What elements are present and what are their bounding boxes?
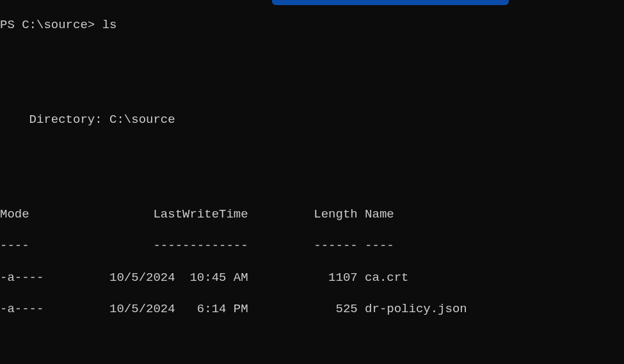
blank-line bbox=[0, 49, 624, 65]
file-row: -a---- 10/5/2024 6:14 PM 525 dr-policy.j… bbox=[0, 301, 624, 317]
command-text: ls bbox=[102, 18, 117, 32]
file-row: -a---- 10/5/2024 10:45 AM 1107 ca.crt bbox=[0, 270, 624, 286]
directory-header: Directory: C:\source bbox=[0, 112, 624, 128]
prompt-text: PS C:\source> bbox=[0, 18, 102, 32]
blank-line bbox=[0, 175, 624, 191]
command-line-1: PS C:\source> ls bbox=[0, 17, 624, 33]
blank-line bbox=[0, 333, 624, 349]
window-titlebar-fragment bbox=[272, 0, 509, 5]
table-header: Mode LastWriteTime Length Name bbox=[0, 207, 624, 223]
blank-line bbox=[0, 143, 624, 159]
blank-line bbox=[0, 80, 624, 96]
terminal-output[interactable]: PS C:\source> ls Directory: C:\source Mo… bbox=[0, 0, 624, 364]
table-divider: ---- ------------- ------ ---- bbox=[0, 238, 624, 254]
